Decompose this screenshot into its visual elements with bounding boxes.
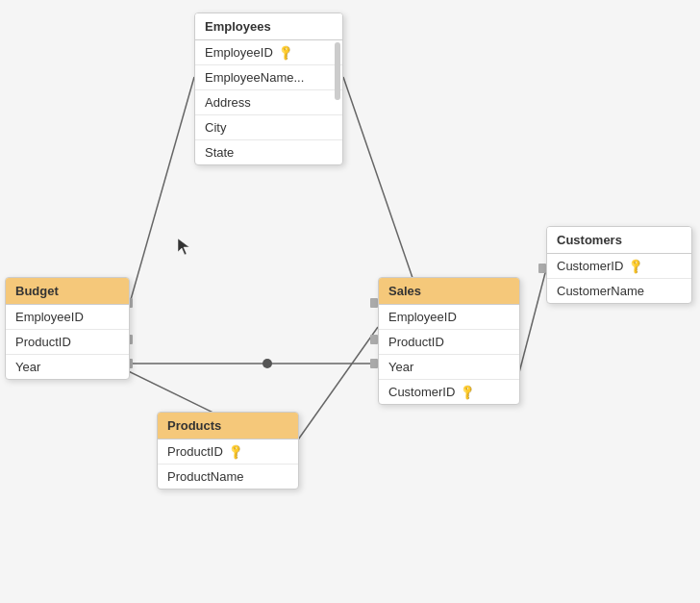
- sales-employeeid-row: EmployeeID: [379, 305, 519, 330]
- customers-customerid-row: CustomerID 🔑: [547, 254, 691, 279]
- employees-city-row: City: [195, 115, 342, 140]
- products-productid-label: ProductID: [167, 444, 223, 459]
- sales-employeeid-label: EmployeeID: [388, 310, 457, 324]
- employees-city-label: City: [205, 120, 226, 135]
- employees-header: Employees: [195, 13, 342, 40]
- products-productname-label: ProductName: [167, 469, 243, 484]
- svg-line-0: [130, 77, 194, 303]
- key-icon-sales: 🔑: [459, 383, 477, 401]
- employees-employeename-row: EmployeeName...: [195, 65, 342, 90]
- customers-header: Customers: [547, 227, 691, 254]
- svg-rect-10: [370, 298, 378, 308]
- budget-productid-label: ProductID: [15, 335, 71, 349]
- employees-state-label: State: [205, 145, 234, 160]
- svg-point-6: [262, 359, 272, 368]
- sales-header: Sales: [379, 278, 519, 305]
- budget-productid-row: ProductID: [6, 330, 129, 355]
- budget-year-row: Year: [6, 355, 129, 379]
- budget-year-label: Year: [15, 360, 40, 374]
- employees-state-row: State: [195, 140, 342, 164]
- customers-customerid-label: CustomerID: [557, 259, 623, 273]
- svg-line-1: [343, 77, 421, 303]
- customers-table[interactable]: Customers CustomerID 🔑 CustomerName: [546, 226, 692, 304]
- customers-customername-row: CustomerName: [547, 279, 691, 303]
- employees-employeename-label: EmployeeName...: [205, 70, 304, 85]
- products-productid-row: ProductID 🔑: [158, 440, 298, 465]
- sales-productid-row: ProductID: [379, 330, 519, 355]
- svg-marker-15: [178, 239, 189, 255]
- products-header: Products: [158, 413, 298, 440]
- employees-table[interactable]: Employees EmployeeID 🔑 EmployeeName... A…: [194, 13, 343, 165]
- diagram-canvas: Employees EmployeeID 🔑 EmployeeName... A…: [0, 0, 700, 603]
- svg-line-5: [517, 269, 546, 380]
- key-icon-products: 🔑: [226, 442, 244, 461]
- cursor: [178, 239, 189, 254]
- customers-customername-label: CustomerName: [557, 284, 644, 298]
- key-icon: 🔑: [276, 43, 294, 62]
- sales-customerid-label: CustomerID: [388, 385, 455, 399]
- sales-table[interactable]: Sales EmployeeID ProductID Year Customer…: [378, 277, 520, 405]
- budget-table[interactable]: Budget EmployeeID ProductID Year: [5, 277, 130, 380]
- employees-employeeid-row: EmployeeID 🔑: [195, 40, 342, 65]
- employees-address-label: Address: [205, 95, 251, 110]
- budget-header: Budget: [6, 278, 129, 305]
- svg-rect-11: [370, 335, 378, 344]
- sales-customerid-row: CustomerID 🔑: [379, 380, 519, 404]
- sales-year-row: Year: [379, 355, 519, 380]
- budget-employeeid-label: EmployeeID: [15, 310, 84, 324]
- employees-employeeid-label: EmployeeID: [205, 45, 273, 60]
- employees-address-row: Address: [195, 90, 342, 115]
- sales-productid-label: ProductID: [388, 335, 444, 349]
- budget-employeeid-row: EmployeeID: [6, 305, 129, 330]
- svg-rect-12: [370, 359, 378, 368]
- sales-year-label: Year: [388, 360, 413, 374]
- svg-line-4: [296, 327, 378, 442]
- key-icon-customers: 🔑: [627, 257, 645, 275]
- svg-rect-13: [538, 264, 546, 273]
- products-productname-row: ProductName: [158, 465, 298, 489]
- products-table[interactable]: Products ProductID 🔑 ProductName: [157, 412, 299, 490]
